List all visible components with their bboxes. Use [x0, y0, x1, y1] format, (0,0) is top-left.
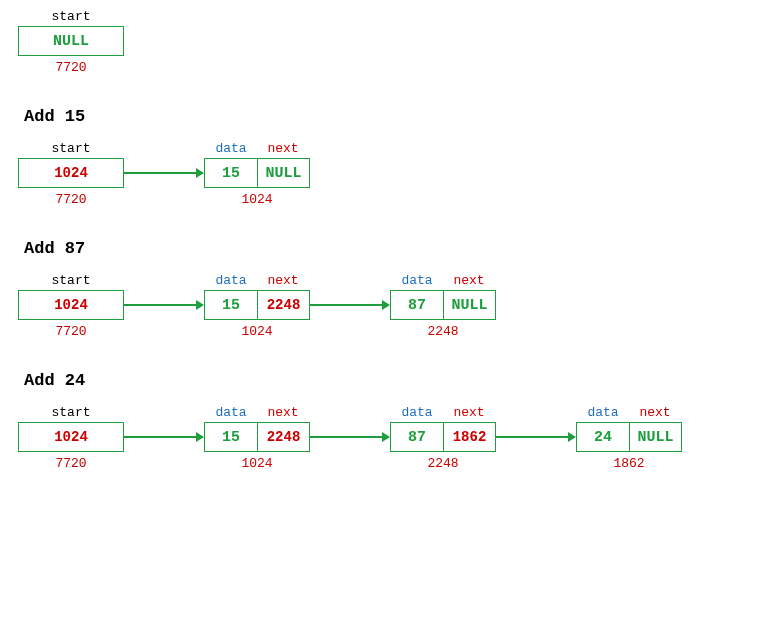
- list-node: data next 87 NULL 2248: [390, 272, 496, 339]
- data-label: data: [205, 404, 257, 422]
- start-value: 1024: [19, 291, 123, 319]
- start-address: 7720: [55, 192, 86, 207]
- arrow-icon: [496, 422, 576, 452]
- next-label: next: [443, 404, 495, 422]
- step-row: start 1024 7720 data next 15 2248 1024 d…: [18, 404, 774, 471]
- step-title: Add 15: [24, 107, 774, 126]
- node-next: NULL: [257, 159, 309, 187]
- linked-list-diagram: start NULL 7720 Add 15 start 1024 7720 d…: [18, 8, 774, 471]
- data-label: data: [391, 404, 443, 422]
- node-data: 87: [391, 423, 443, 451]
- next-label: next: [257, 140, 309, 158]
- start-address: 7720: [55, 60, 86, 75]
- arrow-icon: [310, 422, 390, 452]
- node-next: 2248: [257, 423, 309, 451]
- start-address: 7720: [55, 324, 86, 339]
- start-label: start: [51, 140, 90, 158]
- arrow-icon: [124, 422, 204, 452]
- start-label: start: [51, 272, 90, 290]
- node-data: 15: [205, 159, 257, 187]
- data-label: data: [205, 272, 257, 290]
- node-next: 2248: [257, 291, 309, 319]
- diagram-step: Add 15 start 1024 7720 data next 15 NULL…: [18, 107, 774, 207]
- node-data: 15: [205, 291, 257, 319]
- data-label: data: [205, 140, 257, 158]
- node-data: 24: [577, 423, 629, 451]
- data-label: data: [391, 272, 443, 290]
- step-row: start 1024 7720 data next 15 NULL 1024: [18, 140, 774, 207]
- list-node: data next 24 NULL 1862: [576, 404, 682, 471]
- step-title: Add 24: [24, 371, 774, 390]
- start-label: start: [51, 8, 90, 26]
- node-address: 2248: [427, 456, 458, 471]
- start-address: 7720: [55, 456, 86, 471]
- start-value: NULL: [19, 27, 123, 55]
- step-row: start 1024 7720 data next 15 2248 1024 d…: [18, 272, 774, 339]
- diagram-step: Add 24 start 1024 7720 data next 15 2248…: [18, 371, 774, 471]
- node-next: 1862: [443, 423, 495, 451]
- start-pointer: start NULL 7720: [18, 8, 124, 75]
- node-address: 1024: [241, 324, 272, 339]
- list-node: data next 87 1862 2248: [390, 404, 496, 471]
- node-data: 87: [391, 291, 443, 319]
- step-title: Add 87: [24, 239, 774, 258]
- start-value: 1024: [19, 159, 123, 187]
- node-next: NULL: [443, 291, 495, 319]
- start-pointer: start 1024 7720: [18, 272, 124, 339]
- node-data: 15: [205, 423, 257, 451]
- data-label: data: [577, 404, 629, 422]
- list-node: data next 15 2248 1024: [204, 404, 310, 471]
- next-label: next: [629, 404, 681, 422]
- start-pointer: start 1024 7720: [18, 404, 124, 471]
- diagram-step: start NULL 7720: [18, 8, 774, 75]
- node-address: 2248: [427, 324, 458, 339]
- next-label: next: [443, 272, 495, 290]
- node-address: 1024: [241, 192, 272, 207]
- list-node: data next 15 NULL 1024: [204, 140, 310, 207]
- node-address: 1862: [613, 456, 644, 471]
- list-node: data next 15 2248 1024: [204, 272, 310, 339]
- step-row: start NULL 7720: [18, 8, 774, 75]
- diagram-step: Add 87 start 1024 7720 data next 15 2248…: [18, 239, 774, 339]
- node-address: 1024: [241, 456, 272, 471]
- arrow-icon: [310, 290, 390, 320]
- next-label: next: [257, 404, 309, 422]
- arrow-icon: [124, 158, 204, 188]
- arrow-icon: [124, 290, 204, 320]
- node-next: NULL: [629, 423, 681, 451]
- start-value: 1024: [19, 423, 123, 451]
- start-pointer: start 1024 7720: [18, 140, 124, 207]
- start-label: start: [51, 404, 90, 422]
- next-label: next: [257, 272, 309, 290]
